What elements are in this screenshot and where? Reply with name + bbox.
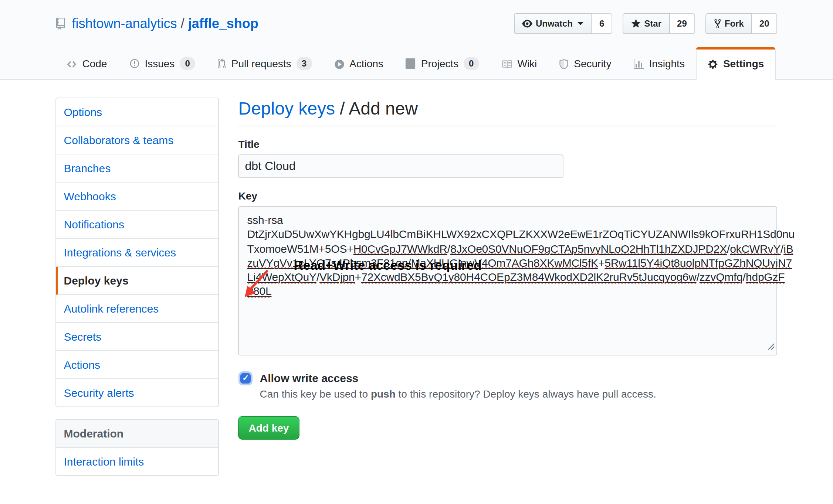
code-icon — [67, 59, 77, 69]
moderation-menu: Moderation Interaction limits — [56, 419, 219, 476]
forks-count[interactable]: 20 — [752, 13, 778, 34]
page-title-current: / Add new — [335, 98, 418, 118]
sidebar-item-integrations-services[interactable]: Integrations & services — [57, 239, 219, 267]
key-text-line: DtZjrXuD5UwXwYKHgbgLU4lbCmBiKHLWX92xCXQP… — [247, 227, 769, 242]
key-text-line: TxomoeW51M+5OS+H0CvGpJ7WWkdR/8JxOe0S0VNu… — [247, 241, 769, 256]
stargazers-count[interactable]: 29 — [670, 13, 695, 34]
play-circle-icon — [334, 59, 344, 69]
repo-icon — [56, 18, 66, 30]
tab-code[interactable]: Code — [56, 47, 118, 79]
sidebar-item-autolink-references[interactable]: Autolink references — [57, 295, 219, 323]
watchers-count[interactable]: 6 — [592, 13, 612, 34]
sidebar-item-webhooks[interactable]: Webhooks — [57, 183, 219, 211]
page-title: Deploy keys / Add new — [238, 98, 778, 126]
settings-menu: Options Collaborators & teams Branches W… — [56, 98, 219, 407]
key-text-line: ssh-rsa — [247, 213, 769, 227]
pull-requests-counter: 3 — [297, 57, 312, 70]
sidebar-item-options[interactable]: Options — [57, 98, 219, 126]
fork-button-group: Fork 20 — [705, 13, 778, 34]
deploy-keys-breadcrumb-link[interactable]: Deploy keys — [238, 98, 335, 118]
allow-write-access-help: Can this key be used to push to this rep… — [260, 388, 778, 400]
sidebar-item-branches[interactable]: Branches — [57, 154, 219, 183]
graph-icon — [633, 59, 644, 69]
tab-pull-requests[interactable]: Pull requests 3 — [206, 46, 323, 79]
tab-actions[interactable]: Actions — [323, 47, 395, 79]
page-header: fishtown-analytics / jaffle_shop Unwatch — [0, 0, 833, 80]
pull-request-icon — [217, 58, 226, 69]
repo-name-link[interactable]: jaffle_shop — [188, 16, 258, 31]
breadcrumb-separator: / — [181, 16, 184, 31]
repo-tab-bar: Code Issues 0 Pull requests 3 Actions — [56, 46, 778, 79]
star-icon — [631, 18, 641, 29]
red-arrow-annotation-icon — [238, 264, 298, 308]
fork-icon — [714, 18, 722, 29]
repo-breadcrumb: fishtown-analytics / jaffle_shop — [56, 16, 258, 31]
fork-button[interactable]: Fork — [705, 13, 752, 34]
unwatch-button[interactable]: Unwatch — [514, 13, 592, 34]
sidebar-item-deploy-keys[interactable]: Deploy keys — [57, 267, 219, 295]
title-field-label: Title — [238, 138, 778, 150]
tab-settings[interactable]: Settings — [696, 47, 776, 80]
tab-insights[interactable]: Insights — [622, 47, 696, 79]
sidebar-item-secrets[interactable]: Secrets — [57, 323, 219, 351]
issue-icon — [129, 58, 139, 69]
add-key-button[interactable]: Add key — [238, 416, 299, 440]
gear-icon — [708, 59, 718, 69]
sidebar-item-notifications[interactable]: Notifications — [57, 211, 219, 239]
book-icon — [501, 59, 512, 69]
sidebar-item-interaction-limits[interactable]: Interaction limits — [57, 448, 219, 475]
allow-write-access-checkbox[interactable]: ✓ — [241, 373, 251, 383]
issues-counter: 0 — [180, 57, 195, 70]
github-settings-page: fishtown-analytics / jaffle_shop Unwatch — [0, 0, 833, 504]
sidebar-item-actions[interactable]: Actions — [57, 351, 219, 379]
deploy-key-form-panel: Deploy keys / Add new Title Key ssh-rsa … — [238, 98, 778, 488]
key-text-line: 080L — [247, 284, 769, 299]
settings-sidebar: Options Collaborators & teams Branches W… — [56, 98, 219, 488]
read-write-annotation: Read+Write access is required — [294, 258, 482, 273]
textarea-resize-handle[interactable] — [766, 339, 775, 353]
tab-wiki[interactable]: Wiki — [490, 47, 548, 79]
eye-icon — [522, 18, 533, 29]
star-button-group: Star 29 — [623, 13, 695, 34]
project-icon — [406, 58, 416, 69]
watch-button-group: Unwatch 6 — [514, 13, 612, 34]
key-textarea[interactable]: ssh-rsa DtZjrXuD5UwXwYKHgbgLU4lbCmBiKHLW… — [238, 206, 778, 355]
sidebar-item-collaborators-teams[interactable]: Collaborators & teams — [57, 126, 219, 154]
moderation-menu-header: Moderation — [57, 420, 219, 448]
tab-security[interactable]: Security — [548, 47, 622, 79]
star-button[interactable]: Star — [623, 13, 670, 34]
repo-owner-link[interactable]: fishtown-analytics — [72, 16, 177, 31]
projects-counter: 0 — [464, 57, 479, 70]
allow-write-access-label[interactable]: Allow write access — [260, 372, 359, 384]
key-field-label: Key — [238, 190, 778, 202]
title-input[interactable] — [238, 154, 564, 178]
tab-issues[interactable]: Issues 0 — [118, 46, 206, 79]
check-icon: ✓ — [242, 374, 249, 382]
sidebar-item-security-alerts[interactable]: Security alerts — [57, 379, 219, 406]
shield-icon — [559, 59, 569, 69]
chevron-down-icon — [578, 22, 584, 25]
tab-projects[interactable]: Projects 0 — [395, 46, 490, 79]
